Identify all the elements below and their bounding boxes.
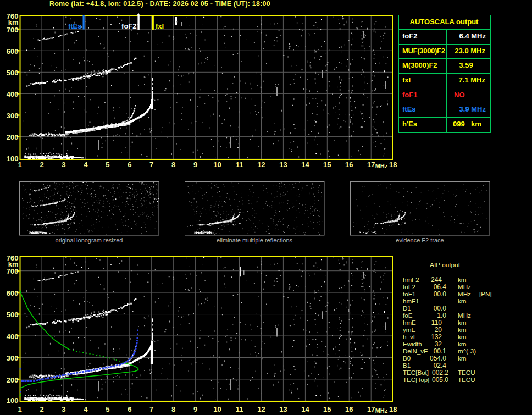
svg-text:3: 3 <box>62 405 65 413</box>
svg-text:600: 600 <box>7 289 19 297</box>
svg-text:Rome (lat: +41.8, lon: 012.5): Rome (lat: +41.8, lon: 012.5) - DATE: 20… <box>49 0 270 8</box>
svg-text:18: 18 <box>389 161 397 169</box>
svg-text:12: 12 <box>257 405 265 413</box>
svg-text:700: 700 <box>7 267 19 275</box>
svg-text:100: 100 <box>7 154 19 163</box>
svg-text:14: 14 <box>301 405 309 413</box>
svg-text:14: 14 <box>301 161 309 169</box>
svg-text:7: 7 <box>149 405 153 413</box>
svg-text:7: 7 <box>149 161 153 169</box>
svg-text:MHz: MHz <box>375 407 388 414</box>
svg-text:11: 11 <box>236 161 243 169</box>
svg-text:100: 100 <box>7 396 19 405</box>
svg-text:400: 400 <box>7 333 19 341</box>
svg-text:5: 5 <box>106 405 109 413</box>
svg-text:17: 17 <box>367 161 375 169</box>
svg-text:300: 300 <box>7 112 19 120</box>
svg-text:1: 1 <box>18 405 21 413</box>
svg-text:500: 500 <box>7 69 19 77</box>
svg-text:2: 2 <box>40 161 43 169</box>
svg-text:4: 4 <box>84 405 88 413</box>
svg-text:3: 3 <box>62 161 65 169</box>
svg-text:5: 5 <box>106 161 109 169</box>
svg-text:8: 8 <box>171 161 175 169</box>
svg-text:200: 200 <box>7 133 19 141</box>
svg-text:8: 8 <box>171 405 175 413</box>
svg-text:foF2: foF2 <box>121 22 136 30</box>
svg-text:11: 11 <box>236 405 243 413</box>
svg-text:16: 16 <box>345 405 353 413</box>
svg-text:15: 15 <box>323 161 331 169</box>
svg-text:13: 13 <box>279 161 287 169</box>
svg-text:10: 10 <box>213 161 221 169</box>
svg-text:16: 16 <box>345 161 353 169</box>
svg-text:evidence F2 trace: evidence F2 trace <box>396 237 444 244</box>
svg-text:400: 400 <box>7 90 19 98</box>
svg-text:200: 200 <box>7 376 19 384</box>
svg-text:15: 15 <box>323 405 331 413</box>
svg-text:original ionogram resized: original ionogram resized <box>56 237 123 244</box>
svg-text:12: 12 <box>257 161 265 169</box>
svg-text:MHz: MHz <box>375 163 388 169</box>
svg-text:300: 300 <box>7 354 19 362</box>
svg-text:17: 17 <box>367 405 375 413</box>
svg-text:9: 9 <box>193 405 197 413</box>
svg-text:ftEs: ftEs <box>68 22 82 30</box>
svg-text:4: 4 <box>84 161 88 169</box>
svg-text:600: 600 <box>7 47 19 56</box>
svg-text:km: km <box>8 18 19 26</box>
svg-text:6: 6 <box>128 405 131 413</box>
svg-text:1: 1 <box>18 161 21 169</box>
svg-text:10: 10 <box>213 405 221 413</box>
svg-text:500: 500 <box>7 311 19 319</box>
svg-text:9: 9 <box>193 161 197 169</box>
svg-text:13: 13 <box>279 405 287 413</box>
svg-text:2: 2 <box>40 405 43 413</box>
svg-text:18: 18 <box>389 405 397 413</box>
svg-text:6: 6 <box>128 161 131 169</box>
svg-text:700: 700 <box>7 26 19 34</box>
svg-text:eliminate multiple reflections: eliminate multiple reflections <box>217 237 293 244</box>
svg-text:fxI: fxI <box>156 22 164 30</box>
